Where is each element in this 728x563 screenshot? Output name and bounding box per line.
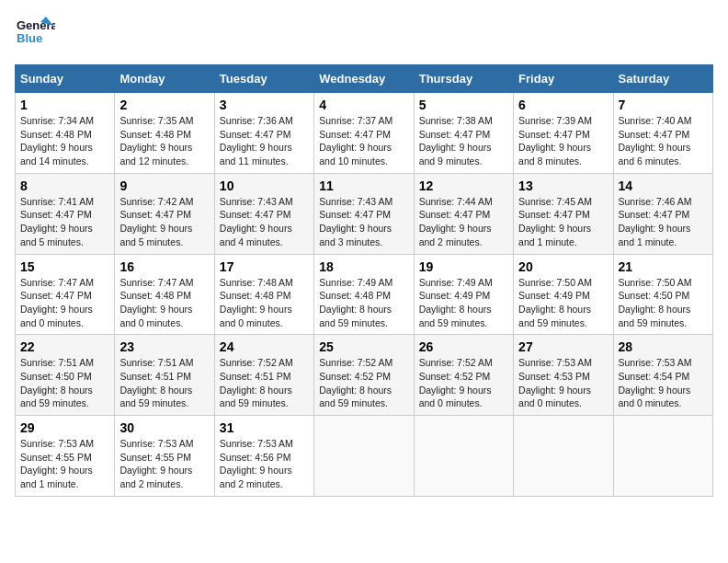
day-number: 26	[419, 339, 508, 354]
day-number: 25	[319, 339, 408, 354]
calendar-cell: 10 Sunrise: 7:43 AMSunset: 4:47 PMDaylig…	[214, 173, 313, 254]
cell-info: Sunrise: 7:52 AMSunset: 4:51 PMDaylight:…	[220, 357, 293, 408]
day-number: 17	[220, 259, 309, 274]
calendar-cell: 14 Sunrise: 7:46 AMSunset: 4:47 PMDaylig…	[613, 173, 712, 254]
day-number: 13	[518, 178, 608, 193]
day-number: 10	[220, 178, 309, 193]
day-number: 9	[119, 178, 209, 193]
cell-info: Sunrise: 7:52 AMSunset: 4:52 PMDaylight:…	[319, 357, 392, 408]
calendar-cell: 3 Sunrise: 7:36 AMSunset: 4:47 PMDayligh…	[214, 93, 313, 174]
calendar-cell: 11 Sunrise: 7:43 AMSunset: 4:47 PMDaylig…	[314, 173, 414, 254]
cell-info: Sunrise: 7:41 AMSunset: 4:47 PMDaylight:…	[20, 196, 94, 247]
day-number: 27	[518, 339, 608, 354]
cell-info: Sunrise: 7:53 AMSunset: 4:55 PMDaylight:…	[20, 438, 94, 489]
day-number: 2	[119, 98, 209, 112]
day-number: 22	[20, 339, 109, 354]
weekday-header-saturday: Saturday	[613, 65, 712, 93]
day-number: 18	[319, 259, 408, 274]
calendar-cell: 5 Sunrise: 7:38 AMSunset: 4:47 PMDayligh…	[414, 93, 513, 174]
cell-info: Sunrise: 7:47 AMSunset: 4:48 PMDaylight:…	[119, 277, 193, 328]
cell-info: Sunrise: 7:37 AMSunset: 4:47 PMDaylight:…	[319, 115, 392, 167]
calendar-cell	[613, 416, 712, 497]
calendar-cell	[514, 416, 613, 497]
calendar-cell: 20 Sunrise: 7:50 AMSunset: 4:49 PMDaylig…	[514, 254, 613, 335]
calendar-cell: 12 Sunrise: 7:44 AMSunset: 4:47 PMDaylig…	[414, 173, 513, 254]
calendar-cell: 1 Sunrise: 7:34 AMSunset: 4:48 PMDayligh…	[16, 93, 115, 174]
logo: General Blue	[15, 15, 55, 55]
calendar-cell: 28 Sunrise: 7:53 AMSunset: 4:54 PMDaylig…	[613, 335, 712, 416]
day-number: 28	[619, 339, 708, 354]
calendar-week-3: 15 Sunrise: 7:47 AMSunset: 4:47 PMDaylig…	[16, 254, 713, 335]
calendar-cell: 19 Sunrise: 7:49 AMSunset: 4:49 PMDaylig…	[414, 254, 513, 335]
weekday-header-wednesday: Wednesday	[314, 65, 414, 93]
calendar-cell: 9 Sunrise: 7:42 AMSunset: 4:47 PMDayligh…	[115, 173, 214, 254]
calendar-cell: 25 Sunrise: 7:52 AMSunset: 4:52 PMDaylig…	[314, 335, 414, 416]
calendar-cell: 7 Sunrise: 7:40 AMSunset: 4:47 PMDayligh…	[613, 93, 712, 174]
cell-info: Sunrise: 7:39 AMSunset: 4:47 PMDaylight:…	[518, 115, 592, 167]
cell-info: Sunrise: 7:47 AMSunset: 4:47 PMDaylight:…	[20, 277, 94, 328]
weekday-header-tuesday: Tuesday	[214, 65, 313, 93]
calendar-cell: 29 Sunrise: 7:53 AMSunset: 4:55 PMDaylig…	[16, 416, 115, 497]
day-number: 30	[119, 420, 209, 435]
day-number: 8	[20, 178, 109, 193]
cell-info: Sunrise: 7:46 AMSunset: 4:47 PMDaylight:…	[619, 196, 692, 247]
day-number: 11	[319, 178, 408, 193]
calendar-cell: 27 Sunrise: 7:53 AMSunset: 4:53 PMDaylig…	[514, 335, 613, 416]
cell-info: Sunrise: 7:48 AMSunset: 4:48 PMDaylight:…	[220, 277, 293, 328]
calendar-cell: 13 Sunrise: 7:45 AMSunset: 4:47 PMDaylig…	[514, 173, 613, 254]
day-number: 19	[419, 259, 508, 274]
cell-info: Sunrise: 7:36 AMSunset: 4:47 PMDaylight:…	[220, 115, 293, 167]
cell-info: Sunrise: 7:50 AMSunset: 4:49 PMDaylight:…	[518, 277, 592, 328]
weekday-header-sunday: Sunday	[16, 65, 115, 93]
day-number: 20	[518, 259, 608, 274]
cell-info: Sunrise: 7:34 AMSunset: 4:48 PMDaylight:…	[20, 115, 94, 167]
calendar-cell: 18 Sunrise: 7:49 AMSunset: 4:48 PMDaylig…	[314, 254, 414, 335]
weekday-header-monday: Monday	[115, 65, 214, 93]
cell-info: Sunrise: 7:49 AMSunset: 4:49 PMDaylight:…	[419, 277, 493, 328]
calendar-week-2: 8 Sunrise: 7:41 AMSunset: 4:47 PMDayligh…	[16, 173, 713, 254]
cell-info: Sunrise: 7:53 AMSunset: 4:55 PMDaylight:…	[119, 438, 193, 489]
calendar-cell: 15 Sunrise: 7:47 AMSunset: 4:47 PMDaylig…	[16, 254, 115, 335]
day-number: 24	[220, 339, 309, 354]
day-number: 23	[119, 339, 209, 354]
cell-info: Sunrise: 7:53 AMSunset: 4:56 PMDaylight:…	[220, 438, 293, 489]
calendar-cell: 4 Sunrise: 7:37 AMSunset: 4:47 PMDayligh…	[314, 93, 414, 174]
svg-text:Blue: Blue	[17, 31, 42, 45]
svg-text:General: General	[17, 18, 55, 32]
cell-info: Sunrise: 7:53 AMSunset: 4:53 PMDaylight:…	[518, 357, 592, 408]
calendar-cell: 26 Sunrise: 7:52 AMSunset: 4:52 PMDaylig…	[414, 335, 513, 416]
day-number: 21	[619, 259, 708, 274]
page-header: General Blue	[15, 15, 713, 55]
cell-info: Sunrise: 7:53 AMSunset: 4:54 PMDaylight:…	[619, 357, 692, 408]
day-number: 16	[119, 259, 209, 274]
calendar-week-4: 22 Sunrise: 7:51 AMSunset: 4:50 PMDaylig…	[16, 335, 713, 416]
day-number: 4	[319, 98, 408, 112]
cell-info: Sunrise: 7:45 AMSunset: 4:47 PMDaylight:…	[518, 196, 592, 247]
cell-info: Sunrise: 7:49 AMSunset: 4:48 PMDaylight:…	[319, 277, 392, 328]
cell-info: Sunrise: 7:38 AMSunset: 4:47 PMDaylight:…	[419, 115, 493, 167]
calendar-cell: 6 Sunrise: 7:39 AMSunset: 4:47 PMDayligh…	[514, 93, 613, 174]
cell-info: Sunrise: 7:51 AMSunset: 4:50 PMDaylight:…	[20, 357, 94, 408]
cell-info: Sunrise: 7:42 AMSunset: 4:47 PMDaylight:…	[119, 196, 193, 247]
cell-info: Sunrise: 7:43 AMSunset: 4:47 PMDaylight:…	[220, 196, 293, 247]
calendar-cell: 24 Sunrise: 7:52 AMSunset: 4:51 PMDaylig…	[214, 335, 313, 416]
day-number: 5	[419, 98, 508, 112]
calendar-cell: 17 Sunrise: 7:48 AMSunset: 4:48 PMDaylig…	[214, 254, 313, 335]
calendar-cell: 2 Sunrise: 7:35 AMSunset: 4:48 PMDayligh…	[115, 93, 214, 174]
cell-info: Sunrise: 7:44 AMSunset: 4:47 PMDaylight:…	[419, 196, 493, 247]
day-number: 14	[619, 178, 708, 193]
day-number: 31	[220, 420, 309, 435]
calendar-cell: 31 Sunrise: 7:53 AMSunset: 4:56 PMDaylig…	[214, 416, 313, 497]
cell-info: Sunrise: 7:52 AMSunset: 4:52 PMDaylight:…	[419, 357, 493, 408]
day-number: 29	[20, 420, 109, 435]
weekday-header-friday: Friday	[514, 65, 613, 93]
cell-info: Sunrise: 7:50 AMSunset: 4:50 PMDaylight:…	[619, 277, 692, 328]
day-number: 1	[20, 98, 109, 112]
calendar-cell: 23 Sunrise: 7:51 AMSunset: 4:51 PMDaylig…	[115, 335, 214, 416]
calendar-cell	[314, 416, 414, 497]
calendar-cell: 16 Sunrise: 7:47 AMSunset: 4:48 PMDaylig…	[115, 254, 214, 335]
cell-info: Sunrise: 7:51 AMSunset: 4:51 PMDaylight:…	[119, 357, 193, 408]
calendar-week-1: 1 Sunrise: 7:34 AMSunset: 4:48 PMDayligh…	[16, 93, 713, 174]
weekday-header-thursday: Thursday	[414, 65, 513, 93]
day-number: 15	[20, 259, 109, 274]
